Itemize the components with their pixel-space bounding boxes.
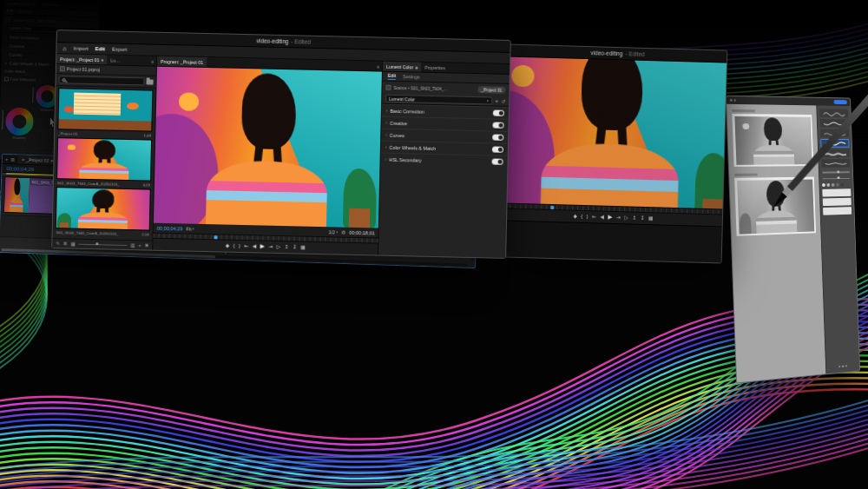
- step-back-icon[interactable]: ◀: [253, 244, 257, 249]
- close-icon[interactable]: ×: [22, 157, 24, 162]
- toggle-curves[interactable]: [492, 135, 503, 141]
- step-forward-icon[interactable]: ▷: [277, 245, 281, 250]
- layer-item[interactable]: [822, 188, 851, 196]
- panel-menu-icon[interactable]: ≡: [415, 64, 418, 69]
- settings-wrench-icon[interactable]: ⚙: [341, 229, 345, 235]
- project-pill-button[interactable]: _Project 01: [477, 86, 505, 94]
- program-monitor-video[interactable]: [504, 57, 727, 209]
- thumbnail-zoom-slider[interactable]: [79, 243, 128, 245]
- toggle-hsl-secondary[interactable]: [492, 159, 503, 165]
- mark-out-icon[interactable]: }: [239, 244, 240, 249]
- export-frame-icon[interactable]: ▦: [648, 216, 654, 221]
- pencil-icon[interactable]: ✎: [56, 241, 60, 246]
- brush-stroke-thumb[interactable]: [821, 159, 850, 168]
- play-icon[interactable]: ▶: [608, 215, 612, 221]
- home-icon[interactable]: ⌂: [62, 45, 66, 51]
- brush-opacity-slider[interactable]: [823, 177, 850, 179]
- toggle-basic-correction[interactable]: [493, 110, 504, 116]
- folder-icon[interactable]: [147, 79, 154, 84]
- section-label: Creative: [390, 120, 407, 125]
- swatch[interactable]: [836, 183, 839, 187]
- panel-menu-icon[interactable]: ≡: [374, 61, 382, 70]
- tab-lumetri-color[interactable]: Lumetri Color ≡: [383, 62, 421, 72]
- swatch[interactable]: [832, 183, 835, 187]
- storyboard-frame-1[interactable]: [732, 114, 813, 167]
- lift-icon[interactable]: ↥: [285, 245, 289, 250]
- go-to-in-icon[interactable]: ⇤: [244, 244, 248, 249]
- tab-overflow[interactable]: Lu…: [107, 55, 123, 64]
- subtab-edit[interactable]: Edit: [388, 73, 396, 80]
- brush-size-slider[interactable]: [822, 171, 849, 173]
- play-icon[interactable]: ▶: [260, 244, 265, 250]
- tab-program[interactable]: Program: _Project 01: [157, 56, 207, 67]
- layer-item[interactable]: [823, 207, 852, 215]
- playback-resolution-dropdown[interactable]: 1/2 ▾: [328, 229, 338, 235]
- shadows-color-wheel[interactable]: [5, 107, 34, 135]
- tab-lumetri-color[interactable]: Lumetri Color ≡: [3, 0, 39, 9]
- subtab-edit[interactable]: Edit: [6, 8, 13, 14]
- extract-icon[interactable]: ↧: [641, 215, 645, 221]
- swatch[interactable]: [826, 183, 830, 187]
- tab-properties[interactable]: Properties: [38, 1, 63, 10]
- toggle-color-wheels[interactable]: [492, 147, 503, 153]
- lift-icon[interactable]: ↥: [632, 215, 636, 221]
- program-monitor-video[interactable]: [154, 67, 382, 228]
- preset-label: Lumetri Color: [9, 26, 32, 31]
- storyboard-frame-2[interactable]: [734, 177, 816, 236]
- layer-item[interactable]: [823, 198, 852, 206]
- delete-icon[interactable]: ✖: [145, 242, 149, 248]
- menu-export[interactable]: Export: [112, 47, 127, 52]
- go-to-in-icon[interactable]: ⇤: [592, 215, 596, 220]
- bin-item-thumbnail[interactable]: [56, 187, 151, 230]
- export-frame-icon[interactable]: ▦: [300, 245, 306, 250]
- step-forward-icon[interactable]: ▷: [624, 215, 628, 221]
- marker-icon[interactable]: ◆: [226, 243, 230, 248]
- mark-out-icon[interactable]: }: [587, 215, 589, 220]
- menu-import[interactable]: Import: [74, 46, 89, 51]
- close-icon[interactable]: ×: [101, 57, 103, 63]
- face-detection-checkbox[interactable]: [4, 77, 9, 82]
- swatch[interactable]: [822, 183, 825, 187]
- mark-in-icon[interactable]: {: [581, 215, 582, 220]
- selection-tool-icon[interactable]: ▸: [6, 156, 9, 162]
- subtab-settings[interactable]: Settings: [403, 74, 420, 79]
- zoom-level-dropdown[interactable]: Fit ▾: [186, 226, 194, 231]
- toggle-creative[interactable]: [492, 122, 503, 129]
- go-to-out-icon[interactable]: ⇥: [268, 244, 273, 249]
- source-label: Source • S01_Sh03_Tk04_…: [13, 17, 61, 23]
- bin-item-thumbnail[interactable]: [56, 137, 152, 181]
- lumetri-preset-select[interactable]: Lumetri Color ▾: [385, 95, 492, 105]
- list-view-icon[interactable]: ≣: [63, 241, 68, 246]
- playhead-marker[interactable]: [550, 206, 554, 209]
- window-title: video-editing: [590, 50, 622, 56]
- tab-properties[interactable]: Properties: [421, 63, 449, 73]
- source-label: Source • S01_Sh03_Tk04_…: [393, 85, 448, 90]
- share-button[interactable]: [834, 100, 847, 104]
- snap-icon[interactable]: ▦: [10, 156, 15, 162]
- step-back-icon[interactable]: ◀: [600, 215, 604, 220]
- search-input[interactable]: [59, 76, 145, 85]
- marker-icon[interactable]: ◆: [573, 214, 577, 219]
- lumetri-color-panel: Lumetri Color ≡ Properties Edit Settings…: [378, 62, 510, 258]
- grid-view-icon[interactable]: ▦: [70, 241, 75, 247]
- tab-sequence[interactable]: × _Project 01 ≡: [18, 155, 57, 165]
- panel-menu-icon[interactable]: ≡: [148, 56, 156, 66]
- mark-in-icon[interactable]: {: [233, 243, 235, 248]
- brush-stroke-thumb[interactable]: [819, 109, 848, 117]
- subtab-settings[interactable]: Settings: [18, 10, 33, 15]
- menu-edit[interactable]: Edit: [95, 46, 105, 51]
- playhead-marker[interactable]: [214, 235, 217, 239]
- extract-icon[interactable]: ↧: [293, 245, 297, 250]
- chevron-down-icon: ▾: [336, 229, 338, 234]
- new-bin-icon[interactable]: ▥: [130, 242, 135, 248]
- compare-icon[interactable]: ✦: [495, 98, 499, 103]
- tab-project[interactable]: Project: _Project 01 ×: [56, 54, 108, 64]
- bin-item-thumbnail[interactable]: [57, 88, 153, 131]
- go-to-out-icon[interactable]: ⇥: [616, 215, 621, 221]
- sketch-canvas[interactable]: [727, 104, 825, 383]
- swatch[interactable]: [840, 183, 844, 187]
- reset-icon[interactable]: ↺: [502, 98, 506, 103]
- fx-icon: [5, 17, 10, 22]
- panel-menu-icon[interactable]: ≡: [32, 2, 35, 6]
- new-item-icon[interactable]: +: [138, 242, 141, 248]
